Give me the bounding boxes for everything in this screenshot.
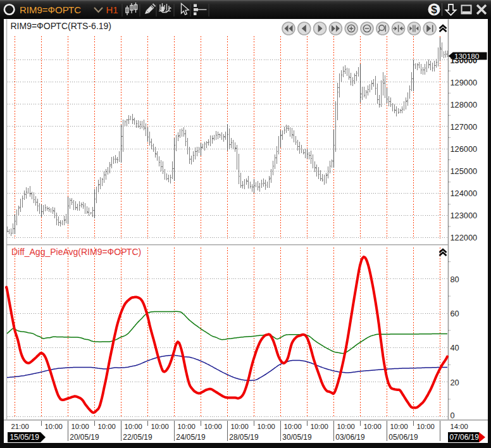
svg-text:125000: 125000 — [451, 166, 478, 176]
svg-text:10:00: 10:00 — [364, 423, 382, 430]
svg-text:10:00: 10:00 — [178, 423, 196, 430]
svg-text:127000: 127000 — [451, 122, 478, 132]
svg-text:10:00: 10:00 — [390, 423, 408, 430]
svg-text:10:00: 10:00 — [311, 423, 328, 430]
svg-text:60: 60 — [451, 309, 459, 318]
svg-text:21:00: 21:00 — [11, 423, 29, 430]
svg-text:10:00: 10:00 — [98, 423, 116, 430]
svg-text:10:00: 10:00 — [337, 423, 355, 430]
svg-text:RIM9=ФОРТС(RTS-6.19): RIM9=ФОРТС(RTS-6.19) — [11, 21, 112, 31]
svg-text:10:00: 10:00 — [204, 423, 222, 430]
svg-text:H1: H1 — [106, 4, 118, 15]
svg-text:07/06/19: 07/06/19 — [450, 433, 480, 442]
svg-text:10:00: 10:00 — [125, 423, 142, 430]
svg-text:$: $ — [431, 4, 437, 16]
svg-text:122000: 122000 — [451, 233, 478, 242]
svg-text:20/05/19: 20/05/19 — [70, 433, 99, 442]
svg-text:05/06/19: 05/06/19 — [388, 433, 418, 442]
svg-text:10:00: 10:00 — [258, 423, 275, 430]
svg-text:80: 80 — [451, 275, 459, 284]
svg-text:14:00: 14:00 — [451, 423, 468, 430]
svg-text:10:00: 10:00 — [417, 423, 435, 430]
svg-text:124000: 124000 — [451, 189, 478, 198]
svg-text:40: 40 — [451, 343, 459, 352]
svg-text:0: 0 — [451, 411, 455, 420]
svg-text:10:00: 10:00 — [284, 423, 302, 430]
svg-text:126000: 126000 — [451, 144, 478, 154]
svg-text:24/05/19: 24/05/19 — [176, 433, 206, 442]
svg-text:03/06/19: 03/06/19 — [335, 433, 365, 442]
svg-text:15/05/19: 15/05/19 — [10, 433, 40, 442]
svg-text:RIM9=ФОРТС: RIM9=ФОРТС — [20, 4, 81, 15]
svg-text:Diff_Agg_PieAvg(RIM9=ФОРТС): Diff_Agg_PieAvg(RIM9=ФОРТС) — [11, 247, 141, 257]
svg-text:28/05/19: 28/05/19 — [229, 433, 259, 442]
svg-text:10:00: 10:00 — [231, 423, 249, 430]
svg-text:10:00: 10:00 — [151, 423, 169, 430]
svg-text:20: 20 — [451, 378, 459, 387]
svg-text:123000: 123000 — [451, 211, 478, 220]
svg-text:130180: 130180 — [454, 52, 480, 61]
svg-text:10:00: 10:00 — [45, 423, 63, 430]
svg-text:30/05/19: 30/05/19 — [282, 433, 312, 442]
svg-text:10:00: 10:00 — [71, 423, 89, 430]
svg-text:128000: 128000 — [451, 100, 478, 109]
svg-text:22/05/19: 22/05/19 — [123, 433, 152, 442]
svg-text:129000: 129000 — [451, 78, 478, 87]
